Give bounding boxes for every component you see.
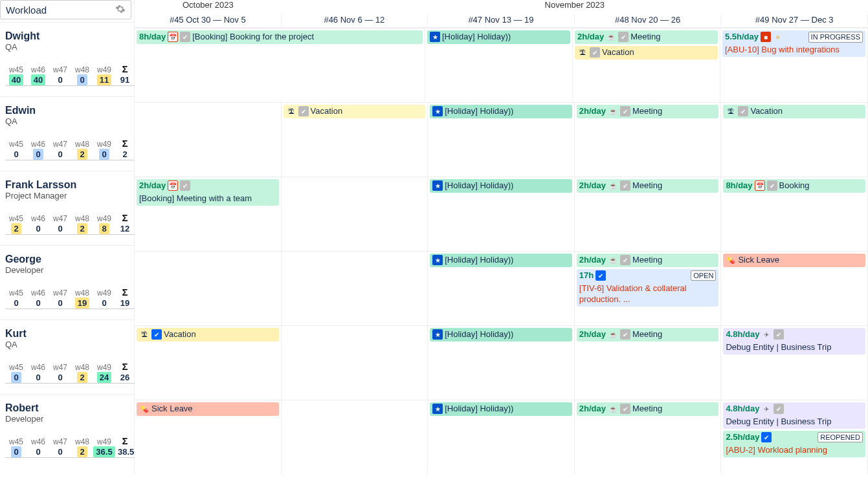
card-hours: 2h/day [579, 404, 606, 415]
week-cell[interactable] [135, 252, 282, 325]
week-cell[interactable] [135, 103, 282, 177]
week-cell[interactable]: 💊Sick Leave [135, 400, 282, 474]
task-card[interactable]: 🏝✔Vacation [137, 328, 279, 342]
week-stat: w46 0 [27, 363, 49, 383]
task-card[interactable]: 🏝✔Vacation [575, 46, 718, 60]
card-title: Meeting [632, 106, 662, 117]
task-card[interactable]: 2.5h/day✔REOPENED[ABU-2] Workload planni… [723, 431, 865, 457]
card-title: [Holiday] Holiday)) [445, 180, 513, 191]
week-stat-value: 11 [97, 74, 111, 85]
task-card[interactable]: 8h/day📅✔[Booking] Booking for the projec… [137, 30, 423, 44]
week-stat-value: 2 [77, 372, 87, 383]
week-cell[interactable]: 2h/day☕✔Meeting [575, 400, 722, 474]
task-card[interactable]: ★[Holiday] Holiday)) [430, 328, 572, 342]
person-cell[interactable]: Dwight QA w45 40 w46 40 w47 0 w48 0 w49 … [0, 22, 134, 96]
gear-icon[interactable] [115, 4, 126, 16]
check-icon: ✔ [620, 255, 630, 265]
week-cell[interactable]: ★[Holiday] Holiday)) [428, 326, 575, 400]
cal-icon: 📅 [168, 180, 178, 191]
week-cell[interactable] [282, 400, 428, 474]
week-header[interactable]: #48 Nov 20 — 26 [575, 15, 722, 25]
person-role: Developer [5, 265, 129, 275]
task-card[interactable]: 8h/day📅✔Booking [723, 179, 865, 193]
card-title: [ABU-10] Bug with integrations [725, 45, 840, 56]
week-cell[interactable]: 2h/day📅✔[Booking] Meeting with a team [135, 177, 282, 251]
person-cell[interactable]: Robert Developer w45 0 w46 0 w47 0 w48 2… [0, 394, 134, 468]
week-header[interactable]: #47 Nov 13 — 19 [428, 15, 575, 25]
person-cell[interactable]: Kurt QA w45 0 w46 0 w47 0 w48 2 w49 24 Σ [0, 320, 134, 394]
week-stat: w49 0 [93, 288, 115, 309]
week-cell[interactable]: ★[Holiday] Holiday)) [425, 28, 573, 102]
coffee-icon: ☕ [608, 180, 618, 191]
task-card[interactable]: 2h/day☕✔Meeting [577, 328, 719, 342]
check-icon: ✔ [773, 404, 784, 414]
person-cell[interactable]: Frank Larsson Project Manager w45 2 w46 … [0, 171, 134, 245]
week-stat-total-value: 19 [118, 298, 132, 309]
week-stat-total-value: 26 [118, 372, 132, 383]
week-cell[interactable]: 2h/day☕✔Meeting [575, 177, 722, 251]
week-cell[interactable]: 🏝✔Vacation [721, 103, 868, 177]
week-cell[interactable] [282, 326, 428, 400]
task-card[interactable]: 💊Sick Leave [723, 254, 865, 267]
week-header[interactable]: #49 Nov 27 — Dec 3 [721, 15, 868, 25]
week-cell[interactable]: ★[Holiday] Holiday)) [428, 400, 575, 474]
check-icon: ✔ [738, 106, 748, 116]
week-cell[interactable]: 2h/day☕✔Meeting [575, 103, 722, 177]
person-name: Edwin [5, 105, 129, 116]
task-card[interactable]: 4.8h/day✈✔Debug Entity | Business Trip [723, 328, 865, 354]
timeline-header: October 2023 November 2023 #45 Oct 30 — … [135, 0, 868, 28]
task-card[interactable]: 2h/day☕✔Meeting [575, 30, 718, 44]
week-stat: w48 0 [71, 65, 93, 85]
card-title: [Booking] Meeting with a team [139, 193, 252, 204]
task-card[interactable]: 💊Sick Leave [137, 402, 279, 416]
week-cell[interactable]: 4.8h/day✈✔Debug Entity | Business Trip [721, 326, 868, 400]
week-header[interactable]: #46 Nov 6 — 12 [282, 15, 428, 25]
week-stat-total: Σ 91 [115, 63, 135, 85]
week-cell[interactable]: ★[Holiday] Holiday)) [428, 177, 575, 251]
task-card[interactable]: 🏝✔Vacation [284, 105, 426, 118]
task-card[interactable]: 5.5h/day■≡IN PROGRESS[ABU-10] Bug with i… [722, 30, 865, 57]
card-status-badge: IN PROGRESS [808, 32, 863, 42]
week-cell[interactable]: 💊Sick Leave [721, 252, 868, 325]
week-cell[interactable]: ★[Holiday] Holiday)) [428, 252, 575, 325]
task-card[interactable]: 2h/day📅✔[Booking] Meeting with a team [137, 179, 279, 206]
week-cell[interactable] [282, 252, 428, 325]
task-card[interactable]: 2h/day☕✔Meeting [577, 179, 719, 193]
person-role: QA [5, 340, 129, 349]
week-cell[interactable]: 🏝✔Vacation [135, 326, 282, 400]
week-cell[interactable]: ★[Holiday] Holiday)) [428, 103, 575, 177]
week-cell[interactable]: 5.5h/day■≡IN PROGRESS[ABU-10] Bug with i… [720, 28, 868, 102]
task-card[interactable]: ★[Holiday] Holiday)) [430, 105, 572, 118]
person-name: Frank Larsson [5, 179, 129, 191]
card-title: Vacation [164, 329, 196, 340]
week-header[interactable]: #45 Oct 30 — Nov 5 [135, 15, 282, 25]
week-cell[interactable]: 2h/day☕✔Meeting [575, 326, 722, 400]
person-name: George [5, 254, 129, 265]
person-cell[interactable]: George Developer w45 0 w46 0 w47 0 w48 1… [0, 245, 134, 320]
task-card[interactable]: 2h/day☕✔Meeting [577, 402, 719, 416]
task-card[interactable]: ★[Holiday] Holiday)) [430, 402, 572, 416]
person-name: Kurt [5, 328, 129, 340]
week-cell[interactable]: 2h/day☕✔Meeting🏝✔Vacation [573, 28, 720, 102]
task-card[interactable]: 17h✔OPEN[TIV-6] Validation & collateral … [577, 269, 719, 307]
week-stat-value: 0 [33, 149, 43, 160]
week-stat: w49 24 [93, 363, 115, 383]
checkb-icon: ✔ [761, 432, 772, 442]
week-cell[interactable]: 2h/day☕✔Meeting17h✔OPEN[TIV-6] Validatio… [575, 252, 722, 325]
task-card[interactable]: ★[Holiday] Holiday)) [430, 254, 572, 267]
task-card[interactable]: 2h/day☕✔Meeting [577, 254, 719, 267]
pill-icon: 💊 [139, 404, 150, 414]
task-card[interactable]: 🏝✔Vacation [723, 105, 865, 118]
task-card[interactable]: 4.8h/day✈✔Debug Entity | Business Trip [723, 402, 865, 429]
task-card[interactable]: ★[Holiday] Holiday)) [430, 179, 572, 193]
week-cell[interactable]: 🏝✔Vacation [282, 103, 428, 177]
palm-icon: 🏝 [286, 106, 296, 116]
week-cell[interactable]: 8h/day📅✔Booking [721, 177, 868, 251]
card-status-badge: OPEN [691, 270, 716, 281]
week-cell[interactable]: 4.8h/day✈✔Debug Entity | Business Trip2.… [721, 400, 868, 474]
task-card[interactable]: 2h/day☕✔Meeting [577, 105, 719, 118]
week-cell[interactable] [282, 177, 428, 251]
task-card[interactable]: ★[Holiday] Holiday)) [427, 30, 570, 44]
week-cell[interactable]: 8h/day📅✔[Booking] Booking for the projec… [135, 28, 425, 102]
person-cell[interactable]: Edwin QA w45 0 w46 0 w47 0 w48 2 w49 0 Σ [0, 96, 134, 171]
